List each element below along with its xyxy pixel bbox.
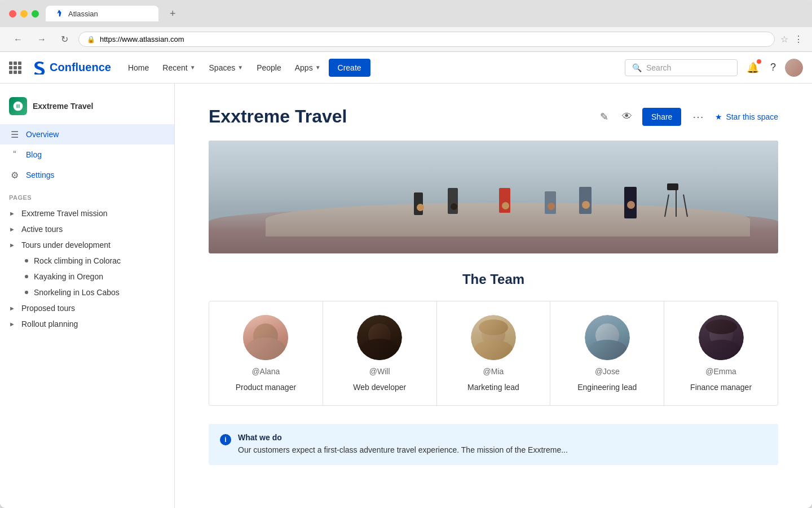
info-title: What we do bbox=[238, 433, 767, 442]
close-button[interactable] bbox=[9, 10, 16, 17]
bookmark-button[interactable]: ☆ bbox=[780, 34, 788, 45]
space-title: Exxtreme Travel bbox=[33, 102, 93, 111]
page-item-rock-climbing[interactable]: Rock climbing in Colorac bbox=[0, 253, 174, 269]
sidebar-blog[interactable]: “ Blog bbox=[0, 144, 174, 165]
team-card-will: @Will Web developer bbox=[323, 301, 437, 405]
avatar-will-pic bbox=[357, 315, 402, 360]
handle-alana: @Alana bbox=[251, 367, 280, 376]
sidebar-header: Exxtreme Travel bbox=[0, 93, 174, 124]
confluence-logo[interactable]: Confluence bbox=[33, 61, 111, 75]
more-actions-button[interactable]: ⋯ bbox=[688, 108, 708, 126]
team-section-title: The Team bbox=[209, 271, 778, 287]
nav-people[interactable]: People bbox=[251, 60, 287, 76]
header-actions: ✎ 👁 Share ⋯ ★ Star this space bbox=[597, 107, 778, 126]
help-button[interactable]: ? bbox=[768, 59, 778, 76]
notifications-button[interactable]: 🔔 bbox=[744, 59, 761, 76]
apps-chevron-icon: ▼ bbox=[315, 64, 321, 71]
star-space-button[interactable]: ★ Star this space bbox=[715, 112, 778, 121]
role-will: Web developer bbox=[353, 383, 406, 392]
new-tab-button[interactable]: + bbox=[165, 7, 180, 21]
avatar-mia-pic bbox=[471, 315, 516, 360]
sidebar: Exxtreme Travel ☰ Overview “ Blog ⚙ bbox=[0, 84, 175, 508]
star-icon: ★ bbox=[715, 112, 722, 121]
pages-section: PAGES ► Exxtreme Travel mission ► Active… bbox=[0, 190, 174, 336]
browser-toolbar: ← → ↻ 🔒 https://www.atlassian.com ☆ ⋮ bbox=[0, 27, 812, 52]
nav-apps[interactable]: Apps ▼ bbox=[289, 60, 326, 76]
nav-home[interactable]: Home bbox=[122, 60, 155, 76]
sidebar-overview[interactable]: ☰ Overview bbox=[0, 124, 174, 144]
sidebar-settings[interactable]: ⚙ Settings bbox=[0, 165, 174, 185]
share-button[interactable]: Share bbox=[642, 108, 681, 126]
edit-button[interactable]: ✎ bbox=[597, 107, 612, 126]
confluence-icon bbox=[33, 61, 46, 75]
role-emma: Finance manager bbox=[690, 383, 752, 392]
blog-icon: “ bbox=[9, 149, 20, 160]
bullet-icon bbox=[25, 291, 28, 294]
address-bar[interactable]: 🔒 https://www.atlassian.com bbox=[78, 32, 775, 47]
page-chevron-icon: ► bbox=[9, 242, 18, 248]
settings-icon: ⚙ bbox=[9, 169, 20, 181]
sidebar-nav: ☰ Overview “ Blog ⚙ Settings bbox=[0, 124, 174, 185]
team-card-alana: @Alana Product manager bbox=[209, 301, 323, 405]
window-controls bbox=[9, 10, 39, 17]
main-navbar: Confluence Home Recent ▼ Spaces ▼ bbox=[0, 52, 812, 84]
page-item-kayaking[interactable]: Kayaking in Oregon bbox=[0, 269, 174, 284]
nav-recent[interactable]: Recent ▼ bbox=[157, 60, 201, 76]
back-button[interactable]: ← bbox=[9, 32, 27, 47]
nav-links: Home Recent ▼ Spaces ▼ People Apps bbox=[122, 59, 370, 77]
team-section: The Team bbox=[209, 271, 778, 406]
page-title: Exxtreme Travel bbox=[209, 106, 588, 127]
avatar-jose-pic bbox=[585, 315, 630, 360]
reload-button[interactable]: ↻ bbox=[56, 32, 73, 47]
info-icon: i bbox=[220, 434, 231, 445]
maximize-button[interactable] bbox=[32, 10, 39, 17]
minimize-button[interactable] bbox=[20, 10, 28, 17]
atlassian-tab-icon bbox=[55, 9, 64, 18]
hero-image bbox=[209, 141, 778, 253]
handle-jose: @Jose bbox=[595, 367, 620, 376]
bullet-icon bbox=[25, 275, 28, 278]
recent-chevron-icon: ▼ bbox=[190, 64, 196, 71]
forward-button[interactable]: → bbox=[33, 32, 51, 47]
spaces-chevron-icon: ▼ bbox=[237, 64, 243, 71]
create-button[interactable]: Create bbox=[329, 59, 370, 77]
tab-title: Atlassian bbox=[68, 10, 98, 18]
info-box: i What we do Our customers expect a firs… bbox=[209, 424, 778, 465]
page-item-rollout[interactable]: ► Rollout planning bbox=[0, 316, 174, 332]
handle-will: @Will bbox=[369, 367, 390, 376]
role-alana: Product manager bbox=[236, 383, 296, 392]
lock-icon: 🔒 bbox=[87, 36, 95, 43]
page-chevron-icon: ► bbox=[9, 305, 18, 312]
browser-more-button[interactable]: ⋮ bbox=[794, 34, 803, 45]
page-header: Exxtreme Travel ✎ 👁 Share ⋯ ★ Star this … bbox=[209, 106, 778, 127]
search-box[interactable]: 🔍 Search bbox=[625, 59, 738, 76]
page-item-tours-dev[interactable]: ► Tours under development bbox=[0, 237, 174, 253]
info-content: What we do Our customers expect a first-… bbox=[238, 433, 767, 456]
page-chevron-icon: ► bbox=[9, 321, 18, 327]
page-item-snorkeling[interactable]: Snorkeling in Los Cabos bbox=[0, 284, 174, 300]
team-grid: @Alana Product manager bbox=[209, 301, 778, 406]
user-avatar[interactable] bbox=[785, 59, 803, 77]
pages-section-label: PAGES bbox=[0, 190, 174, 205]
team-card-jose: @Jose Engineering lead bbox=[550, 301, 664, 405]
team-card-emma: @Emma Finance manager bbox=[664, 301, 778, 405]
page-item-proposed[interactable]: ► Proposed tours bbox=[0, 300, 174, 316]
main-content: Exxtreme Travel ✎ 👁 Share ⋯ ★ Star this … bbox=[175, 84, 812, 508]
search-icon: 🔍 bbox=[632, 63, 642, 72]
info-text: Our customers expect a first-class adven… bbox=[238, 444, 767, 456]
url-text: https://www.atlassian.com bbox=[100, 35, 184, 43]
page-item-mission[interactable]: ► Exxtreme Travel mission bbox=[0, 205, 174, 221]
handle-emma: @Emma bbox=[705, 367, 736, 376]
page-chevron-icon: ► bbox=[9, 210, 18, 217]
confluence-name: Confluence bbox=[50, 61, 111, 74]
app-launcher-icon[interactable] bbox=[9, 62, 21, 74]
overview-icon: ☰ bbox=[9, 129, 20, 140]
avatar-alana-pic bbox=[243, 315, 288, 360]
nav-right-actions: 🔍 Search 🔔 ? bbox=[625, 59, 803, 77]
preview-button[interactable]: 👁 bbox=[619, 107, 636, 126]
nav-spaces[interactable]: Spaces ▼ bbox=[204, 60, 249, 76]
browser-tab[interactable]: Atlassian bbox=[46, 6, 158, 21]
space-icon bbox=[9, 97, 27, 115]
handle-mia: @Mia bbox=[483, 367, 504, 376]
page-item-active-tours[interactable]: ► Active tours bbox=[0, 221, 174, 237]
